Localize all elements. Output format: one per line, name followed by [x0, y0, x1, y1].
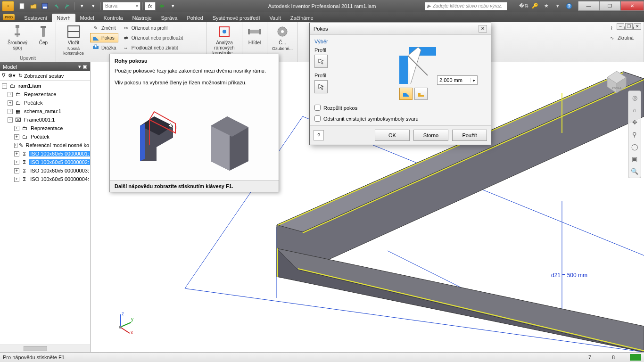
- tree-iso2[interactable]: +ꞮISO 100x60x5 00000002:: [0, 158, 90, 166]
- part-icon: ▦: [14, 108, 22, 115]
- btn-analyza[interactable]: Analýza rámových konstrukc...: [210, 23, 239, 57]
- tree-iso4[interactable]: +ꞮISO 100x60x5 00000004:: [0, 175, 90, 183]
- gap-spinner[interactable]: ▸: [471, 78, 477, 82]
- svg-rect-17: [248, 29, 250, 34]
- chk-split-row[interactable]: Rozpůlit pokos: [314, 105, 486, 111]
- cancel-button[interactable]: Storno: [413, 130, 448, 141]
- qat-undo[interactable]: [51, 1, 61, 11]
- tab-kontrola[interactable]: Kontrola: [99, 14, 128, 22]
- btn-cep[interactable]: Čep: [34, 23, 53, 46]
- svg-text:ZDOLA: ZDOLA: [612, 87, 621, 90]
- tab-vault[interactable]: Vault: [265, 14, 286, 22]
- btn-zkrutna[interactable]: ∿Zkrutná: [606, 33, 636, 42]
- select-profile-1[interactable]: [314, 55, 328, 68]
- qat-select[interactable]: ▾: [77, 1, 87, 11]
- tab-pohled[interactable]: Pohled: [182, 14, 207, 22]
- tree-iso3[interactable]: +ꞮISO 100x60x5 00000003:: [0, 166, 90, 175]
- svg-text:y: y: [131, 317, 133, 322]
- btn-pokos[interactable]: Pokos: [90, 33, 118, 42]
- subscription-icon[interactable]: �⇅: [519, 1, 529, 11]
- help-dropdown[interactable]: ▾: [553, 1, 563, 11]
- nav-orbit-icon[interactable]: ◯: [630, 142, 639, 151]
- btn-ozubene[interactable]: Č... Ozubené...: [270, 23, 295, 52]
- browser-titlebar[interactable]: Model▾ ▣: [0, 62, 90, 71]
- qat-dropdown[interactable]: ▾: [168, 1, 178, 11]
- tree-frame-pocatek[interactable]: +🗀Počátek: [0, 132, 90, 141]
- minimize-button[interactable]: —: [578, 1, 599, 11]
- qat-return[interactable]: [157, 1, 167, 11]
- tab-sprava[interactable]: Správa: [157, 14, 182, 22]
- btn-oriznout-profil[interactable]: ✂Oříznout na profil: [120, 23, 185, 33]
- color-dropdown[interactable]: Barva▾: [103, 2, 140, 10]
- browser-view-dd[interactable]: ↻ Zobrazení sestav: [18, 73, 64, 79]
- tree-frame[interactable]: −⌧Frame0001:1: [0, 115, 90, 124]
- tooltip-preview: +: [110, 90, 279, 180]
- dialog-close-button[interactable]: ✕: [479, 25, 487, 33]
- miter-mode-1[interactable]: [399, 88, 413, 100]
- browser-options[interactable]: ⚙▾: [8, 73, 16, 79]
- qat-new[interactable]: [17, 1, 27, 11]
- nav-zoom-icon[interactable]: ⚲: [630, 130, 639, 139]
- dialog-titlebar[interactable]: Pokos ✕: [310, 23, 491, 35]
- dialog-help-button[interactable]: ?: [314, 130, 324, 140]
- apply-button[interactable]: Použít: [452, 130, 487, 141]
- btn-prodlouzit-zkratit[interactable]: ↔Prodloužit nebo zkrátit: [120, 43, 185, 52]
- maximize-button[interactable]: ❐: [599, 1, 620, 11]
- nav-pan-icon[interactable]: ✥: [630, 117, 639, 127]
- close-button[interactable]: ✕: [620, 1, 644, 11]
- dimension-label[interactable]: d21 = 500 mm: [551, 272, 587, 279]
- miter-mode-2[interactable]: [414, 88, 428, 100]
- tab-zaciname[interactable]: Začínáme: [286, 14, 318, 22]
- qat-material[interactable]: ▾: [88, 1, 99, 11]
- comm-icon[interactable]: 🔑: [530, 1, 540, 11]
- tab-model[interactable]: Model: [75, 14, 99, 22]
- btn-oriznout-prodlouzit[interactable]: ⇄Oříznout nebo prodloužit: [120, 33, 185, 42]
- tab-sestaveni[interactable]: Sestavení: [19, 14, 52, 22]
- select-profile-2[interactable]: [314, 80, 328, 93]
- help-icon[interactable]: ?: [564, 1, 574, 11]
- mdi-restore[interactable]: ❐: [625, 23, 633, 30]
- svg-rect-38: [399, 56, 408, 84]
- tab-nastroje[interactable]: Nástroje: [128, 14, 157, 22]
- chk-split[interactable]: [314, 105, 321, 111]
- svg-rect-0: [20, 3, 24, 9]
- qat-redo[interactable]: [62, 1, 73, 11]
- nav-lookat-icon[interactable]: ▣: [630, 154, 639, 164]
- btn-zmenit[interactable]: ✎Změnit: [90, 23, 118, 33]
- chk-remove-row[interactable]: Odstranit existující symbol/symboly svar…: [314, 115, 486, 122]
- tree-schema[interactable]: +▦schema_ramu:1: [0, 107, 90, 115]
- filter-icon[interactable]: ∇: [2, 73, 5, 79]
- tree-reprezentace[interactable]: +🗀Reprezentace: [0, 90, 90, 99]
- trim-extend-icon: ⇄: [122, 34, 130, 41]
- nav-fullnav-icon[interactable]: 🔍: [630, 166, 639, 176]
- mdi-min[interactable]: –: [617, 23, 624, 30]
- app-menu-button[interactable]: I: [2, 1, 14, 11]
- tree-ref-model[interactable]: +✎Referenční model nosné ko: [0, 141, 90, 149]
- favorites-icon[interactable]: ★: [541, 1, 552, 11]
- qat-save[interactable]: [40, 1, 50, 11]
- btn-sroubovy-spoj[interactable]: Šroubový spoj: [3, 23, 32, 51]
- tree-iso1[interactable]: +ꞮISO 100x60x5 00000001:: [0, 149, 90, 158]
- chk-remove[interactable]: [314, 115, 321, 122]
- gap-input[interactable]: ▸: [437, 75, 478, 85]
- profil1-label: Profil: [314, 47, 366, 53]
- tree-pocatek[interactable]: +🗀Počátek: [0, 99, 90, 107]
- btn-vlozit[interactable]: Vložit Nosná konstrukce: [59, 23, 88, 57]
- btn-hridel[interactable]: Hřídel: [245, 23, 264, 46]
- qat-open[interactable]: [28, 1, 39, 11]
- tab-sys[interactable]: Systémové prostředí: [208, 14, 265, 22]
- tree-frame-repre[interactable]: +🗀Reprezentace: [0, 124, 90, 132]
- tab-navrh[interactable]: Návrh: [52, 14, 75, 22]
- label2: Nosná konstrukce: [61, 46, 86, 56]
- gap-value[interactable]: [438, 77, 471, 83]
- nav-home-icon[interactable]: ⌂: [630, 105, 639, 115]
- tree-root[interactable]: −🗀ram1.iam: [0, 82, 90, 90]
- browser-hscroll[interactable]: [0, 345, 90, 352]
- mdi-close[interactable]: ✕: [634, 23, 641, 30]
- fx-button[interactable]: fx: [145, 2, 156, 10]
- ok-button[interactable]: OK: [375, 130, 410, 141]
- help-search[interactable]: ▶ Zadejte klíčové slovo nebo výraz.: [425, 2, 507, 10]
- btn-drazka[interactable]: Drážka: [90, 43, 118, 52]
- nav-wheel-icon[interactable]: ◎: [630, 93, 639, 102]
- svg-rect-18: [259, 29, 261, 34]
